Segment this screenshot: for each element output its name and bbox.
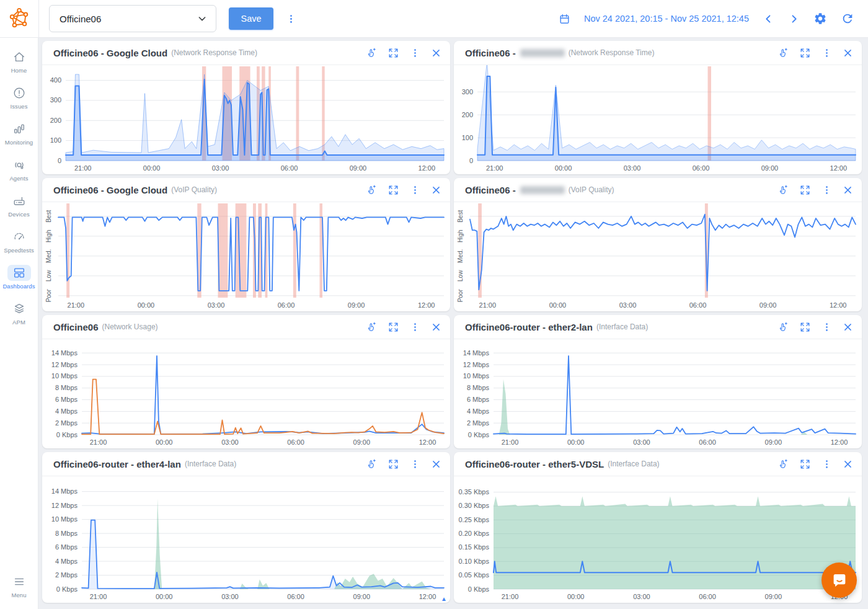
expand-icon[interactable]: [799, 184, 811, 196]
svg-text:06:00: 06:00: [699, 438, 716, 446]
sidebar-item-label: Speedtests: [4, 247, 34, 254]
sidebar-item-label: Dashboards: [2, 283, 35, 290]
expand-icon[interactable]: [388, 47, 399, 59]
tap-gesture-icon[interactable]: [365, 321, 377, 333]
panel-more-options-icon[interactable]: [410, 185, 420, 195]
sidebar-item-dashboards[interactable]: Dashboards: [0, 259, 38, 295]
chart-area[interactable]: 0 Kbps2 Mbps4 Mbps6 Mbps8 Mbps10 Mbps12 …: [454, 339, 862, 448]
svg-text:Low: Low: [45, 270, 52, 282]
svg-text:00:00: 00:00: [156, 438, 173, 446]
close-panel-icon[interactable]: [431, 322, 441, 332]
sidebar-item-speedtests[interactable]: Speedtests: [0, 223, 38, 259]
sidebar-menu-label: Menu: [11, 592, 26, 598]
svg-text:8 Mbps: 8 Mbps: [55, 384, 78, 391]
svg-text:03:00: 03:00: [619, 301, 637, 309]
scroll-up-icon[interactable]: ▲: [441, 595, 447, 602]
svg-text:10 Mbps: 10 Mbps: [51, 372, 78, 380]
expand-icon[interactable]: [799, 47, 811, 59]
svg-text:200: 200: [462, 111, 473, 118]
chart-area[interactable]: PoorLowMed.HighBest21:0000:0003:0006:000…: [454, 202, 862, 311]
panel-header: Officine06 - (Network Response Time): [454, 41, 862, 65]
settings-gear-icon[interactable]: [813, 12, 827, 25]
sidebar-item-agents[interactable]: Agents: [0, 151, 38, 187]
tap-gesture-icon[interactable]: [777, 458, 789, 470]
panel-subtitle: (Network Usage): [102, 322, 158, 331]
sidebar-menu-button[interactable]: Menu: [0, 568, 38, 604]
expand-icon[interactable]: [388, 184, 399, 196]
save-button[interactable]: Save: [229, 7, 273, 30]
close-panel-icon[interactable]: [431, 185, 441, 195]
sidebar-item-devices[interactable]: Devices: [0, 187, 38, 223]
chart-area[interactable]: 0 Kbps2 Mbps4 Mbps6 Mbps8 Mbps10 Mbps12 …: [42, 339, 450, 448]
dashboard-select[interactable]: Officine06: [49, 5, 216, 32]
panel-more-options-icon[interactable]: [822, 322, 832, 332]
tap-gesture-icon[interactable]: [777, 47, 789, 59]
panel-more-options-icon[interactable]: [410, 48, 420, 58]
expand-icon[interactable]: [388, 458, 399, 470]
close-panel-icon[interactable]: [843, 48, 853, 58]
panel-header: Officine06-router - ether5-VDSL (Interfa…: [454, 452, 862, 476]
agents-icon: [7, 157, 31, 173]
expand-icon[interactable]: [799, 458, 811, 470]
sidebar-item-issues[interactable]: Issues: [0, 79, 38, 115]
close-panel-icon[interactable]: [431, 48, 441, 58]
panel-more-options-icon[interactable]: [822, 48, 832, 58]
chart-area[interactable]: 0 Kbps0.05 Kbps0.10 Kbps0.15 Kbps0.20 Kb…: [454, 476, 862, 603]
tap-gesture-icon[interactable]: [365, 47, 377, 59]
svg-text:06:00: 06:00: [689, 301, 707, 309]
svg-text:0.20 Kbps: 0.20 Kbps: [458, 530, 489, 537]
main-content: Officine06 - Google Cloud (Network Respo…: [38, 37, 868, 609]
svg-text:00:00: 00:00: [567, 438, 585, 446]
panel-title: Officine06 - Google Cloud: [53, 185, 167, 195]
sidebar-nav: HomeIssuesMonitoringAgentsDevicesSpeedte…: [0, 37, 38, 609]
panel-more-options-icon[interactable]: [822, 459, 832, 469]
close-panel-icon[interactable]: [431, 459, 441, 469]
calendar-icon[interactable]: [559, 13, 570, 25]
chevron-down-icon: [197, 14, 207, 24]
chat-bubble-icon[interactable]: [822, 562, 857, 598]
sidebar-item-label: Devices: [8, 211, 30, 218]
panel-title: Officine06 -: [465, 185, 516, 195]
panel-more-options-icon[interactable]: [410, 459, 420, 469]
date-range[interactable]: Nov 24 2021, 20:15 - Nov 25 2021, 12:45: [584, 14, 749, 24]
close-panel-icon[interactable]: [843, 322, 853, 332]
chart-area[interactable]: PoorLowMed.HighBest21:0000:0003:0006:000…: [42, 202, 450, 311]
devices-icon: [7, 193, 31, 209]
chart-panel: Officine06 - (Network Response Time): [454, 41, 862, 174]
panel-header: Officine06-router - ether4-lan (Interfac…: [42, 452, 450, 476]
svg-text:6 Mbps: 6 Mbps: [55, 543, 78, 551]
tap-gesture-icon[interactable]: [777, 321, 789, 333]
sidebar-item-apm[interactable]: APM: [0, 295, 38, 331]
more-options-icon[interactable]: [286, 14, 296, 24]
sidebar-item-label: Agents: [9, 175, 28, 182]
close-panel-icon[interactable]: [843, 185, 853, 195]
close-panel-icon[interactable]: [843, 459, 853, 469]
expand-icon[interactable]: [388, 321, 399, 333]
svg-text:4 Mbps: 4 Mbps: [55, 558, 78, 565]
sidebar-item-home[interactable]: Home: [0, 43, 38, 79]
svg-text:12 Mbps: 12 Mbps: [463, 361, 490, 368]
domotz-logo[interactable]: [0, 0, 39, 37]
panel-more-options-icon[interactable]: [410, 322, 420, 332]
svg-text:09:00: 09:00: [350, 164, 367, 172]
sidebar-item-monitoring[interactable]: Monitoring: [0, 115, 38, 151]
refresh-icon[interactable]: [841, 12, 854, 25]
expand-icon[interactable]: [799, 321, 811, 333]
tap-gesture-icon[interactable]: [365, 458, 377, 470]
panel-subtitle: (Interface Data): [608, 460, 659, 468]
chart-area[interactable]: 0 Kbps2 Mbps4 Mbps6 Mbps8 Mbps10 Mbps12 …: [42, 476, 450, 603]
chevron-right-icon[interactable]: [788, 13, 800, 25]
chart-area[interactable]: 010020030021:0000:0003:0006:0009:0012:00: [454, 65, 862, 174]
tap-gesture-icon[interactable]: [365, 184, 377, 196]
svg-text:12:00: 12:00: [418, 301, 435, 309]
svg-text:0: 0: [469, 157, 473, 164]
chart-panel: Officine06 - (VoIP Quality): [454, 178, 862, 311]
chart-panel: Officine06 - Google Cloud (Network Respo…: [42, 41, 450, 174]
tap-gesture-icon[interactable]: [777, 184, 789, 196]
panel-more-options-icon[interactable]: [822, 185, 832, 195]
chevron-left-icon[interactable]: [763, 13, 774, 25]
svg-text:0.25 Kbps: 0.25 Kbps: [458, 516, 489, 523]
svg-text:06:00: 06:00: [693, 164, 710, 172]
chart-area[interactable]: 010020030040021:0000:0003:0006:0009:0012…: [42, 65, 450, 174]
svg-text:0 Kbps: 0 Kbps: [468, 431, 490, 438]
